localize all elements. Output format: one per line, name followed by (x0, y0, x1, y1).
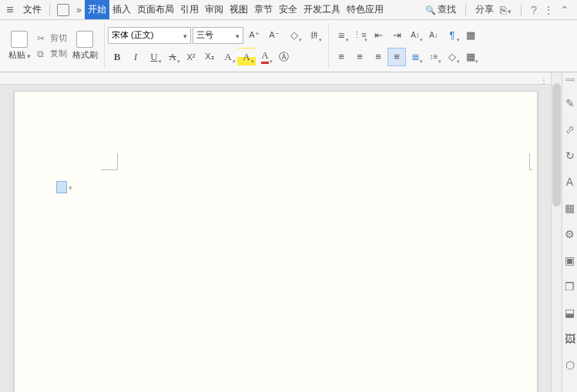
image-box-icon[interactable]: ▣ (563, 253, 577, 267)
tab-chapter[interactable]: 章节 (251, 0, 276, 19)
collapse-ribbon-icon[interactable] (560, 4, 569, 16)
tab-insert[interactable]: 插入 (109, 0, 134, 19)
tab-review[interactable]: 审阅 (202, 0, 226, 19)
grow-font-button[interactable] (245, 26, 263, 45)
chevron-down-icon (183, 31, 187, 40)
task-pane-button[interactable] (461, 26, 480, 45)
search-button[interactable]: 查找 (425, 3, 456, 16)
copy-label: 复制 (50, 48, 67, 59)
tab-start[interactable]: 开始 (85, 0, 109, 19)
paste-options-tag[interactable] (56, 181, 72, 193)
change-case-button[interactable] (219, 48, 237, 66)
cut-button[interactable]: 剪切 (35, 32, 69, 45)
superscript-button[interactable] (182, 48, 200, 66)
font-family-value: 宋体 (正文) (112, 29, 153, 41)
share-button[interactable]: 分享 (475, 3, 494, 16)
highlight-button[interactable] (237, 48, 256, 66)
shading-button[interactable] (443, 48, 461, 66)
more-icon[interactable] (73, 5, 85, 15)
align-right-button[interactable] (369, 48, 387, 66)
tab-developer[interactable]: 开发工具 (300, 0, 344, 19)
settings-icon[interactable]: ⚙ (563, 227, 577, 241)
scissors-icon (37, 33, 48, 44)
group-font: 宋体 (正文) 三号 (108, 23, 329, 69)
align-center-button[interactable] (351, 48, 369, 66)
scrollbar-thumb[interactable] (552, 83, 561, 206)
distribute-button[interactable] (406, 48, 424, 66)
decrease-indent-button[interactable] (369, 26, 387, 45)
picture-icon[interactable]: 🖼 (563, 332, 577, 346)
shrink-font-button[interactable] (265, 26, 283, 45)
group-clipboard: 粘贴 剪切 复制 格式刷 (5, 23, 105, 69)
menubar: 文件 开始 插入 页面布局 引用 审阅 视图 章节 安全 开发工具 特色应用 查… (0, 0, 577, 20)
chevron-down-icon (69, 182, 72, 193)
font-family-select[interactable]: 宋体 (正文) (108, 27, 191, 44)
text-direction-button[interactable] (406, 26, 424, 45)
save-icon[interactable] (56, 3, 70, 17)
divider (465, 4, 466, 16)
file-menu[interactable]: 文件 (18, 2, 46, 18)
menubar-right: 查找 分享 (425, 3, 574, 16)
subscript-button[interactable] (200, 48, 219, 66)
paste-button[interactable]: 粘贴 (5, 24, 34, 69)
layers-icon[interactable]: ❐ (563, 280, 577, 293)
tab-references[interactable]: 引用 (177, 0, 202, 19)
borders-button[interactable] (461, 48, 480, 66)
font-color-button[interactable] (256, 48, 274, 66)
margin-guide-left (101, 153, 118, 170)
tab-special[interactable]: 特色应用 (344, 0, 387, 19)
paste-icon (11, 31, 28, 48)
format-painter-button[interactable]: 格式刷 (70, 24, 99, 69)
chevron-down-icon (236, 31, 240, 40)
search-label: 查找 (438, 3, 456, 16)
clear-format-button[interactable] (285, 26, 304, 45)
cube-icon[interactable]: ⬡ (563, 358, 577, 372)
right-side-panel: ✎ ⬀ ↻ A ▦ ⚙ ▣ ❐ ⬓ 🖼 ⬡ (562, 72, 577, 392)
export-icon[interactable] (500, 4, 512, 16)
line-spacing-button[interactable] (424, 48, 443, 66)
panel-grip-icon[interactable] (565, 79, 575, 81)
font-panel-icon[interactable]: A (563, 175, 577, 189)
font-size-select[interactable]: 三号 (193, 27, 243, 44)
format-painter-icon (76, 31, 93, 48)
tab-view[interactable]: 视图 (226, 0, 251, 19)
bold-button[interactable] (108, 48, 126, 66)
tray-icon[interactable]: ⬓ (563, 306, 577, 320)
tab-page-layout[interactable]: 页面布局 (134, 0, 177, 19)
tab-security[interactable]: 安全 (276, 0, 300, 19)
phonetic-guide-button[interactable] (305, 26, 324, 45)
italic-button[interactable] (126, 48, 145, 66)
align-justify-button[interactable] (387, 48, 406, 66)
underline-button[interactable] (145, 48, 163, 66)
paste-label: 粘贴 (8, 49, 25, 61)
rotate-icon[interactable]: ↻ (563, 149, 577, 162)
ruler-marker-icon[interactable] (540, 75, 548, 82)
ribbon-tabs: 开始 插入 页面布局 引用 审阅 视图 章节 安全 开发工具 特色应用 (85, 0, 387, 19)
group-paragraph (332, 23, 485, 69)
grid-icon[interactable]: ▦ (563, 201, 577, 215)
paragraph-mark-button[interactable] (443, 26, 461, 45)
ruler[interactable] (0, 72, 551, 85)
numbering-button[interactable] (351, 26, 369, 45)
align-left-button[interactable] (332, 48, 351, 66)
enclosed-char-button[interactable] (274, 48, 293, 66)
vertical-scrollbar[interactable] (551, 72, 562, 392)
help-icon[interactable] (531, 4, 537, 16)
menubar-left: 文件 开始 插入 页面布局 引用 审阅 视图 章节 安全 开发工具 特色应用 (3, 0, 387, 19)
pencil-icon[interactable]: ✎ (563, 96, 577, 110)
document-area (0, 72, 551, 392)
strikethrough-button[interactable] (163, 48, 182, 66)
copy-icon (37, 49, 48, 59)
copy-button[interactable]: 复制 (35, 47, 69, 61)
document-icon (56, 181, 67, 193)
sort-button[interactable] (424, 26, 443, 45)
ribbon: 粘贴 剪切 复制 格式刷 宋体 (正文) 三号 (0, 20, 577, 72)
format-painter-label: 格式刷 (72, 49, 98, 61)
cursor-icon[interactable]: ⬀ (563, 122, 577, 136)
cut-label: 剪切 (50, 32, 67, 44)
increase-indent-button[interactable] (387, 26, 406, 45)
menu-dots-icon[interactable] (543, 4, 554, 16)
hamburger-icon[interactable] (3, 3, 17, 17)
document-page[interactable] (14, 91, 538, 392)
bullets-button[interactable] (332, 26, 351, 45)
